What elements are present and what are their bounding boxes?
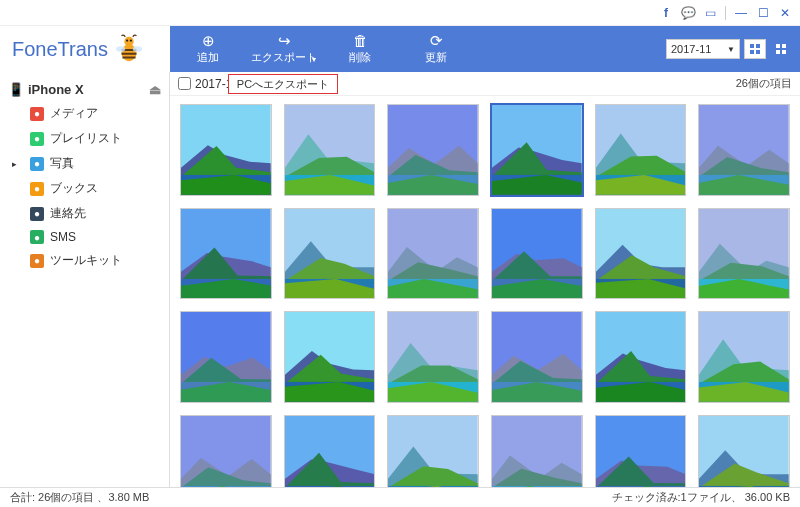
caret-down-icon: ▾ <box>312 55 316 64</box>
status-checked: チェック済み:1ファイル、 36.00 KB <box>612 490 791 505</box>
bee-logo-icon <box>114 34 144 64</box>
photo-thumbnail[interactable] <box>180 311 272 403</box>
sidebar-item-label: SMS <box>50 230 76 244</box>
list-icon <box>749 43 761 55</box>
photo-thumbnail[interactable] <box>698 311 790 403</box>
photo-thumbnail[interactable] <box>387 311 479 403</box>
sidebar-item-icon: ● <box>30 182 44 196</box>
chevron-down-icon: ▼ <box>727 45 735 54</box>
device-name: iPhone X <box>28 82 84 97</box>
facebook-icon[interactable]: f <box>655 2 677 24</box>
photo-thumbnail[interactable] <box>698 208 790 300</box>
brand: FoneTrans <box>0 26 170 72</box>
sidebar-item-icon: ● <box>30 230 44 244</box>
status-total: 合計: 26個の項目 、3.80 MB <box>10 490 149 505</box>
close-icon[interactable]: ✕ <box>774 2 796 24</box>
photo-thumbnail[interactable] <box>595 415 687 487</box>
add-button[interactable]: ⊕ 追加 <box>170 26 246 72</box>
svg-point-4 <box>116 46 125 52</box>
photo-thumbnail[interactable] <box>698 415 790 487</box>
minimize-icon[interactable]: — <box>730 2 752 24</box>
photo-thumbnail[interactable] <box>387 415 479 487</box>
photo-thumbnail[interactable] <box>180 104 272 196</box>
svg-point-2 <box>126 39 128 41</box>
sidebar-item-label: ツールキット <box>50 252 122 269</box>
grid-icon <box>775 43 787 55</box>
sidebar-item-1[interactable]: ●プレイリスト <box>0 126 169 151</box>
sidebar-item-label: メディア <box>50 105 98 122</box>
eject-icon[interactable]: ⏏ <box>149 82 161 97</box>
select-all-checkbox[interactable] <box>178 77 191 90</box>
sidebar-item-label: 連絡先 <box>50 205 86 222</box>
photo-thumbnail[interactable] <box>180 415 272 487</box>
feedback-icon[interactable]: ▭ <box>699 2 721 24</box>
photo-thumbnail[interactable] <box>491 415 583 487</box>
date-filter-dropdown[interactable]: 2017-11 ▼ <box>666 39 740 59</box>
chat-icon[interactable]: 💬 <box>677 2 699 24</box>
svg-point-1 <box>124 37 133 46</box>
date-filter-value: 2017-11 <box>671 43 711 55</box>
trash-icon: 🗑 <box>353 33 368 48</box>
export-button[interactable]: ↪ エクスポート ▾ <box>246 26 322 72</box>
item-count: 26個の項目 <box>736 76 792 91</box>
svg-rect-12 <box>776 50 780 54</box>
refresh-button[interactable]: ⟳ 更新 <box>398 26 474 72</box>
photo-thumbnail[interactable] <box>491 311 583 403</box>
photo-thumbnail[interactable] <box>491 104 583 196</box>
svg-point-3 <box>130 39 132 41</box>
sidebar-item-5[interactable]: ●SMS <box>0 226 169 248</box>
titlebar: f 💬 ▭ — ☐ ✕ <box>0 0 800 26</box>
sidebar-item-icon: ● <box>30 132 44 146</box>
photo-thumbnail[interactable] <box>387 104 479 196</box>
svg-rect-127 <box>596 486 686 487</box>
sidebar: 📱 iPhone X ⏏ ●メディア●プレイリスト●写真●ブックス●連絡先●SM… <box>0 72 170 487</box>
delete-button[interactable]: 🗑 削除 <box>322 26 398 72</box>
svg-rect-11 <box>782 44 786 48</box>
photo-thumbnail[interactable] <box>284 415 376 487</box>
maximize-icon[interactable]: ☐ <box>752 2 774 24</box>
export-label: エクスポート <box>251 50 317 65</box>
sidebar-item-6[interactable]: ●ツールキット <box>0 248 169 273</box>
svg-rect-122 <box>492 486 582 487</box>
header: FoneTrans ⊕ 追加 ↪ エクスポート ▾ 🗑 削除 ⟳ 更新 <box>0 26 800 72</box>
photo-thumbnail[interactable] <box>284 311 376 403</box>
add-label: 追加 <box>197 50 219 65</box>
device-row[interactable]: 📱 iPhone X ⏏ <box>0 78 169 101</box>
export-icon: ↪ <box>278 33 291 48</box>
photo-thumbnail[interactable] <box>491 208 583 300</box>
sidebar-item-label: ブックス <box>50 180 98 197</box>
photo-thumbnail[interactable] <box>595 104 687 196</box>
content-header: 2017-11 PCへエクスポート 26個の項目 <box>170 72 800 96</box>
sidebar-item-3[interactable]: ●ブックス <box>0 176 169 201</box>
photo-thumbnail[interactable] <box>284 104 376 196</box>
svg-rect-112 <box>285 486 375 487</box>
thumbnail-grid <box>170 96 800 487</box>
svg-rect-8 <box>750 50 754 54</box>
photo-thumbnail[interactable] <box>595 208 687 300</box>
sidebar-item-2[interactable]: ●写真 <box>0 151 169 176</box>
photo-thumbnail[interactable] <box>387 208 479 300</box>
photo-thumbnail[interactable] <box>180 208 272 300</box>
photo-thumbnail[interactable] <box>284 208 376 300</box>
view-list-button[interactable] <box>744 39 766 59</box>
sidebar-item-4[interactable]: ●連絡先 <box>0 201 169 226</box>
sidebar-item-0[interactable]: ●メディア <box>0 101 169 126</box>
photo-thumbnail[interactable] <box>698 104 790 196</box>
export-to-pc-menu-item[interactable]: PCへエクスポート <box>228 74 338 94</box>
status-bar: 合計: 26個の項目 、3.80 MB チェック済み:1ファイル、 36.00 … <box>0 487 800 507</box>
phone-icon: 📱 <box>8 82 24 97</box>
app-name: FoneTrans <box>12 38 108 61</box>
view-grid-button[interactable] <box>770 39 792 59</box>
sidebar-item-icon: ● <box>30 157 44 171</box>
sidebar-item-icon: ● <box>30 207 44 221</box>
svg-rect-7 <box>756 44 760 48</box>
svg-rect-13 <box>782 50 786 54</box>
svg-rect-9 <box>756 50 760 54</box>
photo-thumbnail[interactable] <box>595 311 687 403</box>
toolbar: ⊕ 追加 ↪ エクスポート ▾ 🗑 削除 ⟳ 更新 2017-11 ▼ <box>170 26 800 72</box>
sidebar-item-label: プレイリスト <box>50 130 122 147</box>
delete-label: 削除 <box>349 50 371 65</box>
sidebar-item-icon: ● <box>30 107 44 121</box>
sidebar-item-icon: ● <box>30 254 44 268</box>
refresh-icon: ⟳ <box>430 33 443 48</box>
